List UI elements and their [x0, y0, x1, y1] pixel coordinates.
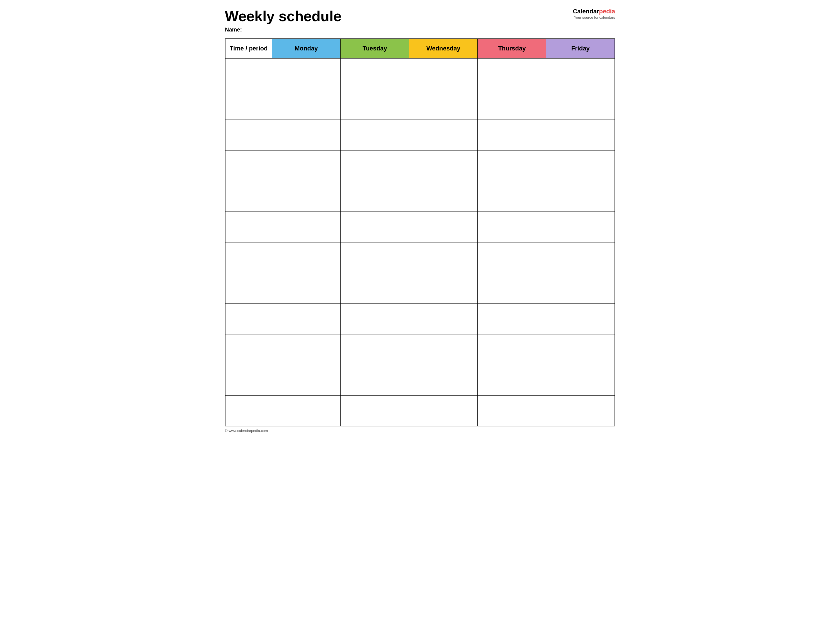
cell-row7-col4[interactable] — [478, 273, 546, 303]
table-row — [225, 365, 615, 396]
cell-row0-col5[interactable] — [546, 58, 615, 89]
cell-row6-col1[interactable] — [272, 242, 341, 273]
cell-row2-col3[interactable] — [409, 120, 478, 150]
page-title: Weekly schedule — [225, 8, 341, 24]
name-label: Name: — [225, 27, 341, 33]
cell-row5-col4[interactable] — [478, 211, 546, 242]
cell-row8-col2[interactable] — [341, 303, 409, 334]
cell-row3-col0[interactable] — [225, 150, 272, 181]
cell-row5-col2[interactable] — [341, 211, 409, 242]
cell-row8-col1[interactable] — [272, 303, 341, 334]
cell-row3-col1[interactable] — [272, 150, 341, 181]
table-row — [225, 150, 615, 181]
logo-tagline: Your source for calendars — [574, 15, 615, 19]
cell-row9-col1[interactable] — [272, 334, 341, 365]
cell-row8-col5[interactable] — [546, 303, 615, 334]
cell-row4-col5[interactable] — [546, 181, 615, 211]
cell-row1-col4[interactable] — [478, 89, 546, 120]
col-header-thursday: Thursday — [478, 39, 546, 58]
cell-row2-col2[interactable] — [341, 120, 409, 150]
table-row — [225, 211, 615, 242]
table-row — [225, 273, 615, 303]
title-area: Weekly schedule Name: — [225, 8, 341, 33]
cell-row3-col2[interactable] — [341, 150, 409, 181]
cell-row2-col1[interactable] — [272, 120, 341, 150]
cell-row8-col4[interactable] — [478, 303, 546, 334]
footer-url: © www.calendarpedia.com — [225, 429, 268, 433]
cell-row4-col2[interactable] — [341, 181, 409, 211]
cell-row5-col1[interactable] — [272, 211, 341, 242]
cell-row7-col1[interactable] — [272, 273, 341, 303]
cell-row4-col4[interactable] — [478, 181, 546, 211]
cell-row11-col3[interactable] — [409, 396, 478, 426]
cell-row9-col3[interactable] — [409, 334, 478, 365]
cell-row1-col2[interactable] — [341, 89, 409, 120]
cell-row4-col3[interactable] — [409, 181, 478, 211]
cell-row7-col5[interactable] — [546, 273, 615, 303]
cell-row1-col0[interactable] — [225, 89, 272, 120]
logo-text: Calendarpedia — [573, 8, 615, 14]
table-row — [225, 181, 615, 211]
col-header-wednesday: Wednesday — [409, 39, 478, 58]
cell-row6-col2[interactable] — [341, 242, 409, 273]
cell-row2-col0[interactable] — [225, 120, 272, 150]
cell-row1-col1[interactable] — [272, 89, 341, 120]
cell-row8-col3[interactable] — [409, 303, 478, 334]
cell-row2-col4[interactable] — [478, 120, 546, 150]
cell-row10-col5[interactable] — [546, 365, 615, 396]
cell-row1-col3[interactable] — [409, 89, 478, 120]
logo-pedia: pedia — [599, 8, 615, 15]
cell-row7-col0[interactable] — [225, 273, 272, 303]
table-row — [225, 58, 615, 89]
cell-row9-col2[interactable] — [341, 334, 409, 365]
cell-row0-col4[interactable] — [478, 58, 546, 89]
cell-row10-col4[interactable] — [478, 365, 546, 396]
table-row — [225, 334, 615, 365]
cell-row3-col4[interactable] — [478, 150, 546, 181]
cell-row7-col2[interactable] — [341, 273, 409, 303]
cell-row6-col5[interactable] — [546, 242, 615, 273]
cell-row11-col5[interactable] — [546, 396, 615, 426]
cell-row11-col4[interactable] — [478, 396, 546, 426]
cell-row9-col5[interactable] — [546, 334, 615, 365]
header-row: Time / period Monday Tuesday Wednesday T… — [225, 39, 615, 58]
table-row — [225, 303, 615, 334]
table-row — [225, 89, 615, 120]
cell-row3-col3[interactable] — [409, 150, 478, 181]
cell-row0-col0[interactable] — [225, 58, 272, 89]
cell-row11-col1[interactable] — [272, 396, 341, 426]
cell-row4-col1[interactable] — [272, 181, 341, 211]
header: Weekly schedule Name: Calendarpedia Your… — [225, 8, 615, 33]
cell-row5-col5[interactable] — [546, 211, 615, 242]
logo-calendar: Calendar — [573, 8, 599, 15]
cell-row6-col4[interactable] — [478, 242, 546, 273]
cell-row9-col4[interactable] — [478, 334, 546, 365]
cell-row11-col2[interactable] — [341, 396, 409, 426]
cell-row10-col3[interactable] — [409, 365, 478, 396]
cell-row0-col2[interactable] — [341, 58, 409, 89]
cell-row9-col0[interactable] — [225, 334, 272, 365]
page-container: Weekly schedule Name: Calendarpedia Your… — [225, 8, 615, 433]
cell-row6-col3[interactable] — [409, 242, 478, 273]
cell-row1-col5[interactable] — [546, 89, 615, 120]
cell-row10-col1[interactable] — [272, 365, 341, 396]
cell-row6-col0[interactable] — [225, 242, 272, 273]
cell-row0-col1[interactable] — [272, 58, 341, 89]
footer: © www.calendarpedia.com — [225, 429, 615, 433]
cell-row3-col5[interactable] — [546, 150, 615, 181]
cell-row4-col0[interactable] — [225, 181, 272, 211]
cell-row11-col0[interactable] — [225, 396, 272, 426]
cell-row5-col0[interactable] — [225, 211, 272, 242]
cell-row10-col2[interactable] — [341, 365, 409, 396]
schedule-table: Time / period Monday Tuesday Wednesday T… — [225, 38, 615, 426]
cell-row0-col3[interactable] — [409, 58, 478, 89]
cell-row5-col3[interactable] — [409, 211, 478, 242]
table-row — [225, 120, 615, 150]
cell-row2-col5[interactable] — [546, 120, 615, 150]
table-row — [225, 242, 615, 273]
col-header-tuesday: Tuesday — [341, 39, 409, 58]
cell-row10-col0[interactable] — [225, 365, 272, 396]
cell-row8-col0[interactable] — [225, 303, 272, 334]
cell-row7-col3[interactable] — [409, 273, 478, 303]
col-header-time: Time / period — [225, 39, 272, 58]
